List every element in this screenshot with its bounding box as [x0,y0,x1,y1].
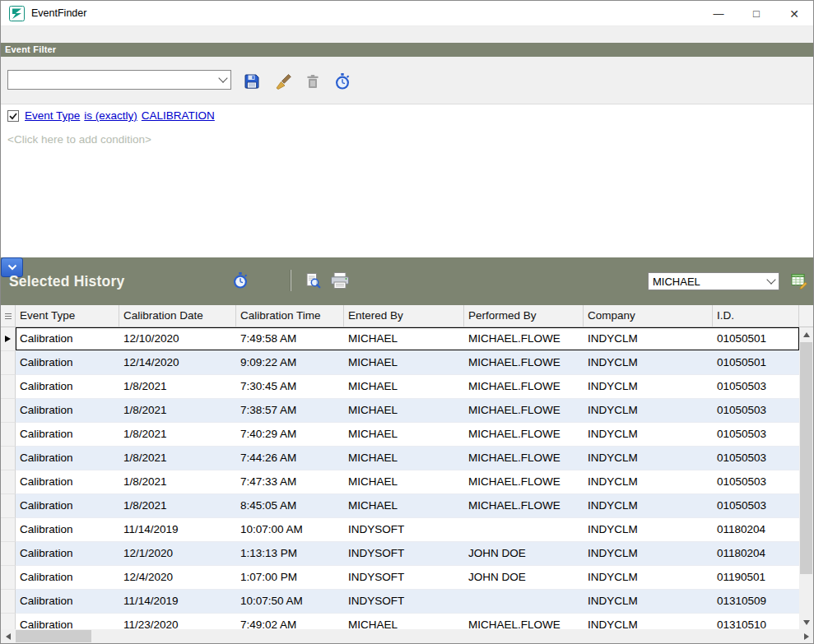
grid-cell[interactable]: MICHAEL.FLOWE [464,614,584,629]
grid-cell[interactable]: MICHAEL [344,614,464,629]
table-row[interactable]: Calibration 1/8/2021 7:40:29 AM MICHAEL … [1,423,799,447]
table-row[interactable]: Calibration 12/4/2020 1:07:00 PM INDYSOF… [1,566,799,590]
column-header-calibration-date[interactable]: Calibration Date [119,305,236,327]
column-header-event-type[interactable]: Event Type [16,305,119,327]
table-row[interactable]: Calibration 12/14/2020 9:09:22 AM MICHAE… [1,351,799,375]
grid-cell[interactable]: 01050503 [713,423,799,446]
grid-cell[interactable]: 01050503 [713,447,799,470]
grid-cell[interactable]: 12/4/2020 [119,566,236,589]
row-selector[interactable] [1,423,16,447]
grid-cell[interactable]: 1/8/2021 [119,399,236,422]
grid-cell[interactable]: Calibration [16,351,119,374]
grid-cell[interactable]: 1:07:00 PM [236,566,344,589]
horizontal-scroll-thumb[interactable] [16,630,91,642]
grid-cell[interactable]: JOHN DOE [464,566,584,589]
print-button[interactable] [328,270,352,291]
row-selector[interactable] [1,375,16,399]
column-header-performed-by[interactable]: Performed By [464,305,584,327]
grid-cell[interactable]: 01050503 [713,375,799,398]
grid-cell[interactable]: INDYCLM [584,614,713,629]
grid-cell[interactable]: 7:47:33 AM [236,470,344,493]
grid-cell[interactable]: INDYCLM [584,590,713,613]
grid-cell[interactable]: INDYCLM [584,375,713,398]
grid-cell[interactable]: INDYCLM [584,327,713,350]
grid-cell[interactable]: MICHAEL [344,351,464,374]
grid-cell[interactable]: 11/23/2020 [119,614,236,629]
grid-cell[interactable]: 1/8/2021 [119,447,236,470]
table-row[interactable]: Calibration 12/1/2020 1:13:13 PM INDYSOF… [1,542,799,566]
save-filter-button[interactable] [241,71,263,92]
row-selector[interactable] [1,614,16,629]
grid-cell[interactable]: INDYCLM [584,351,713,374]
grid-cell[interactable]: Calibration [16,614,119,629]
column-header-id[interactable]: I.D. [713,305,799,327]
grid-cell[interactable]: Calibration [16,470,119,493]
grid-cell[interactable]: 01050501 [713,327,799,350]
grid-cell[interactable]: 01050503 [713,494,799,517]
grid-cell[interactable]: MICHAEL.FLOWE [464,399,584,422]
grid-cell[interactable]: 01310509 [713,590,799,613]
horizontal-scrollbar[interactable] [1,629,813,643]
condition-value-link[interactable]: CALIBRATION [142,109,215,122]
grid-cell[interactable]: INDYSOFT [344,566,464,589]
condition-field-link[interactable]: Event Type [25,109,80,122]
grid-cell[interactable]: 7:30:45 AM [236,375,344,398]
table-row[interactable]: Calibration 1/8/2021 8:45:05 AM MICHAEL … [1,494,799,518]
grid-cell[interactable]: Calibration [16,542,119,565]
grid-cell[interactable]: Calibration [16,494,119,517]
clear-filter-button[interactable] [272,71,294,92]
history-timer-button[interactable] [230,270,251,291]
grid-cell[interactable]: MICHAEL.FLOWE [464,470,584,493]
row-selector[interactable] [1,470,16,494]
minimize-button[interactable]: — [700,1,737,26]
condition-operator-link[interactable]: is (exactly) [84,109,137,122]
grid-cell[interactable]: 01180204 [713,518,799,541]
column-header-company[interactable]: Company [584,305,713,327]
grid-cell[interactable]: INDYSOFT [344,518,464,541]
grid-cell[interactable]: MICHAEL.FLOWE [464,494,584,517]
grid-cell[interactable]: INDYCLM [584,470,713,493]
row-selector[interactable] [1,399,16,423]
grid-cell[interactable]: MICHAEL [344,494,464,517]
grid-cell[interactable]: 9:09:22 AM [236,351,344,374]
grid-cell[interactable]: 1/8/2021 [119,470,236,493]
row-selector-header[interactable] [1,305,16,327]
table-row[interactable]: Calibration 11/14/2019 10:07:00 AM INDYS… [1,518,799,542]
grid-cell[interactable]: 1/8/2021 [119,375,236,398]
row-selector[interactable] [1,494,16,518]
grid-cell[interactable]: Calibration [16,447,119,470]
run-filter-button[interactable] [332,71,353,92]
grid-cell[interactable]: INDYCLM [584,566,713,589]
grid-cell[interactable]: MICHAEL.FLOWE [464,447,584,470]
grid-cell[interactable]: 1:13:13 PM [236,542,344,565]
grid-cell[interactable]: 1/8/2021 [119,494,236,517]
grid-cell[interactable]: Calibration [16,423,119,446]
column-header-calibration-time[interactable]: Calibration Time [236,305,344,327]
grid-cell[interactable]: INDYCLM [584,399,713,422]
condition-checkbox[interactable] [7,110,19,122]
row-selector[interactable] [1,327,16,351]
grid-cell[interactable]: 01180204 [713,542,799,565]
print-preview-button[interactable] [302,270,323,291]
grid-cell[interactable]: INDYCLM [584,447,713,470]
grid-cell[interactable]: 01050503 [713,470,799,493]
add-condition-link[interactable]: <Click here to add condition> [7,133,151,146]
vertical-scrollbar[interactable] [799,327,813,629]
grid-cell[interactable]: MICHAEL.FLOWE [464,351,584,374]
scroll-right-button[interactable] [799,629,813,643]
chevron-down-icon[interactable] [216,71,230,89]
grid-cell[interactable]: Calibration [16,375,119,398]
row-selector[interactable] [1,566,16,590]
grid-cell[interactable]: MICHAEL.FLOWE [464,375,584,398]
grid-cell[interactable]: 7:38:57 AM [236,399,344,422]
grid-cell[interactable]: 1/8/2021 [119,423,236,446]
grid-cell[interactable]: 7:44:26 AM [236,447,344,470]
grid-cell[interactable]: Calibration [16,590,119,613]
delete-filter-button[interactable] [302,71,323,92]
maximize-button[interactable]: □ [737,1,775,26]
grid-cell[interactable]: 10:07:50 AM [236,590,344,613]
grid-cell[interactable]: 01050501 [713,351,799,374]
grid-cell[interactable]: JOHN DOE [464,542,584,565]
grid-cell[interactable]: INDYSOFT [344,542,464,565]
grid-cell[interactable]: MICHAEL.FLOWE [464,423,584,446]
